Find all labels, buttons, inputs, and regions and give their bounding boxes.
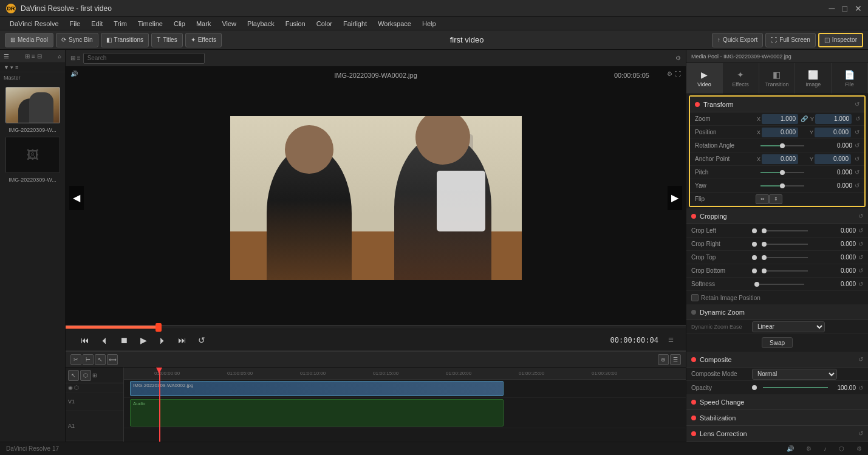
menu-fairlight[interactable]: Fairlight (338, 19, 372, 29)
pitch-reset-icon[interactable]: ↺ (855, 169, 859, 176)
audio-clip[interactable]: Audio (130, 399, 504, 426)
track-tool-1[interactable]: ↖ (68, 370, 79, 381)
anchor-y-input[interactable] (815, 154, 851, 164)
effects-button[interactable]: ✦ Effects (185, 33, 222, 47)
search-icon[interactable]: ⌕ (58, 53, 61, 60)
stabilization-header[interactable]: Stabilization (686, 410, 868, 426)
menu-view[interactable]: View (217, 19, 241, 29)
flip-vertical-button[interactable]: ⇕ (769, 194, 782, 204)
close-button[interactable]: ✕ (855, 4, 862, 13)
settings-icon[interactable]: ⚙ (675, 55, 681, 61)
stop-button[interactable]: ⏹ (117, 333, 131, 347)
roll-tool[interactable]: ⟺ (107, 354, 118, 365)
composite-reset[interactable]: ↺ (858, 356, 863, 363)
crop-left-slider[interactable] (764, 230, 808, 231)
full-screen-button[interactable]: ⛶ Full Screen (765, 33, 816, 47)
transitions-button[interactable]: ◧ Transitions (101, 33, 149, 47)
select-tool[interactable]: ↖ (95, 354, 106, 365)
menu-timeline[interactable]: Timeline (133, 19, 168, 29)
crop-right-slider[interactable] (764, 244, 808, 245)
crop-top-slider[interactable] (764, 257, 808, 258)
tab-image[interactable]: ⬜ Image (795, 63, 832, 94)
step-forward-button[interactable]: ⏵ (155, 333, 170, 347)
dynamic-zoom-header[interactable]: Dynamic Zoom (686, 304, 868, 320)
composite-mode-select[interactable]: Normal (752, 369, 837, 380)
tab-effects[interactable]: ✦ Effects (723, 63, 759, 94)
maximize-button[interactable]: □ (842, 4, 847, 13)
opacity-slider[interactable] (763, 387, 828, 388)
menu-fusion[interactable]: Fusion (281, 19, 310, 29)
media-item-1[interactable] (5, 87, 60, 123)
step-back-button[interactable]: ⏴ (97, 333, 112, 347)
softness-slider[interactable] (757, 284, 804, 285)
magnet-icon[interactable]: ⊞ (92, 372, 97, 378)
position-x-input[interactable] (762, 128, 798, 137)
track-tool-2[interactable]: ⬡ (80, 370, 91, 381)
flip-horizontal-button[interactable]: ⇔ (756, 194, 769, 204)
lens-correction-header[interactable]: Lens Correction ↺ (686, 426, 868, 442)
zoom-y-input[interactable] (815, 114, 852, 124)
transform-header[interactable]: Transform ↺ (690, 97, 864, 112)
dynamic-zoom-ease-select[interactable]: Linear (752, 321, 825, 332)
menu-clip[interactable]: Clip (169, 19, 190, 29)
zoom-x-input[interactable] (762, 114, 798, 124)
crop-top-reset[interactable]: ↺ (858, 254, 863, 261)
zoom-timeline-btn[interactable]: ⊕ (658, 354, 669, 365)
view-options-icon[interactable]: ⚙ (667, 70, 672, 77)
yaw-reset-icon[interactable]: ↺ (855, 182, 859, 189)
loop-button[interactable]: ↺ (194, 333, 209, 347)
position-reset-icon[interactable]: ↺ (855, 129, 859, 135)
tab-transition[interactable]: ◧ Transition (759, 63, 796, 94)
playhead[interactable] (159, 368, 160, 442)
minimize-button[interactable]: ─ (829, 4, 835, 13)
lens-reset[interactable]: ↺ (858, 430, 863, 437)
menu-workspace[interactable]: Workspace (373, 19, 416, 29)
skip-to-start-button[interactable]: ⏮ (78, 333, 92, 347)
trim-tool[interactable]: ⊢ (83, 354, 94, 365)
swap-button[interactable]: Swap (762, 337, 793, 348)
menu-edit[interactable]: Edit (86, 19, 108, 29)
menu-mark[interactable]: Mark (191, 19, 216, 29)
transform-reset-icon[interactable]: ↺ (855, 101, 859, 108)
crop-left-reset[interactable]: ↺ (858, 227, 863, 234)
prev-frame-button[interactable]: ◀ (69, 186, 84, 210)
composite-header[interactable]: Composite ↺ (686, 352, 868, 368)
yaw-slider[interactable] (760, 185, 804, 186)
rotation-reset-icon[interactable]: ↺ (855, 142, 859, 149)
retain-position-checkbox[interactable] (691, 294, 699, 301)
media-pool-button[interactable]: ⊞ Media Pool (5, 33, 53, 47)
quick-export-button[interactable]: ↑ Quick Export (712, 33, 763, 47)
titles-button[interactable]: T Titles (151, 33, 183, 47)
menu-file[interactable]: File (65, 19, 86, 29)
cropping-reset-icon[interactable]: ↺ (858, 213, 863, 219)
position-y-input[interactable] (815, 128, 851, 137)
menu-davinci-resolve[interactable]: DaVinci Resolve (5, 19, 64, 29)
inspector-button[interactable]: ◫ Inspector (818, 33, 863, 47)
skip-to-end-button[interactable]: ⏭ (175, 333, 190, 347)
menu-help[interactable]: Help (417, 19, 441, 29)
menu-trim[interactable]: Trim (109, 19, 132, 29)
pitch-slider[interactable] (760, 172, 804, 173)
timeline-settings-btn[interactable]: ☰ (670, 354, 681, 365)
crop-bottom-reset[interactable]: ↺ (858, 267, 863, 274)
menu-playback[interactable]: Playback (242, 19, 279, 29)
timeline-options-icon[interactable]: ☰ (668, 337, 674, 343)
play-button[interactable]: ▶ (136, 333, 151, 347)
tab-video[interactable]: ▶ Video (686, 63, 723, 94)
rotation-slider[interactable] (760, 145, 804, 146)
speed-change-header[interactable]: Speed Change (686, 394, 868, 410)
fullscreen-preview-icon[interactable]: ⛶ (675, 70, 681, 77)
media-item-2[interactable]: 🖼 (5, 137, 60, 173)
window-controls[interactable]: ─ □ ✕ (829, 4, 862, 13)
settings-status-icon[interactable]: ⚙ (806, 445, 812, 452)
zoom-reset-icon[interactable]: ↺ (855, 115, 860, 122)
tab-file[interactable]: 📄 File (832, 63, 868, 94)
link-icon[interactable]: 🔗 (801, 115, 808, 122)
next-frame-button[interactable]: ▶ (668, 186, 682, 210)
crop-bottom-slider[interactable] (764, 270, 808, 272)
blade-tool[interactable]: ✂ (70, 354, 81, 365)
anchor-x-input[interactable] (762, 154, 798, 164)
anchor-reset-icon[interactable]: ↺ (855, 156, 859, 162)
softness-reset[interactable]: ↺ (858, 281, 863, 287)
opacity-reset[interactable]: ↺ (858, 385, 863, 391)
